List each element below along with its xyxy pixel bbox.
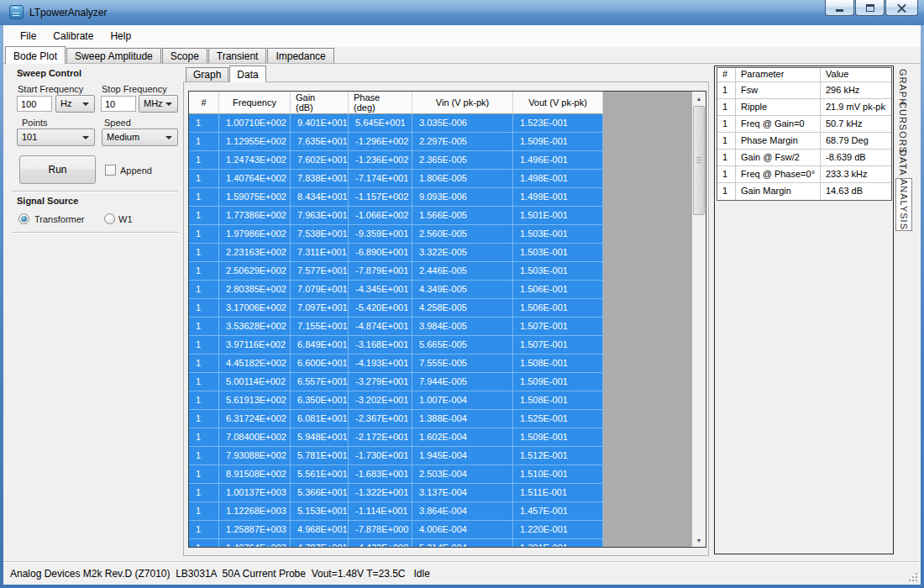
table-cell: 1.007E-004 (412, 391, 513, 409)
maximize-icon (866, 4, 874, 12)
menu-help[interactable]: Help (102, 27, 139, 45)
append-checkbox[interactable] (105, 165, 116, 176)
table-cell: 1 (189, 225, 219, 243)
column-header[interactable]: Gain (dB) (291, 92, 349, 114)
table-row[interactable]: 18.91508E+0025.561E+001-1.683E+0012.503E… (189, 465, 603, 484)
table-cell: 7.555E-005 (412, 354, 513, 372)
column-header[interactable]: # (189, 92, 219, 114)
table-cell: -3.202E+001 (349, 391, 412, 409)
table-cell: 1.506E-001 (513, 299, 603, 317)
side-tab-cursors[interactable]: CURSORS (895, 108, 911, 147)
table-cell: 1.00137E+003 (219, 484, 291, 501)
table-row[interactable]: 11.40764E+0027.838E+001-7.174E+0011.806E… (189, 170, 603, 188)
tab-graph[interactable]: Graph (186, 67, 228, 81)
side-tab-data[interactable]: DATA (895, 150, 911, 176)
speed-select[interactable]: Medium (102, 129, 178, 146)
table-cell: 1.24743E+002 (219, 151, 291, 169)
close-button[interactable] (885, 0, 918, 16)
table-cell: 1.12268E+003 (219, 502, 291, 520)
start-frequency-unit-select[interactable]: Hz (55, 95, 95, 113)
tab-scope[interactable]: Scope (162, 48, 207, 63)
analysis-row[interactable]: 1Freq @ Gain=050.7 kHz (717, 116, 891, 133)
analysis-row[interactable]: 1Freq @ Phase=0°233.3 kHz (717, 166, 891, 183)
scroll-down-icon[interactable]: ▼ (692, 533, 706, 547)
table-row[interactable]: 13.17006E+0027.097E+001-5.420E+0014.258E… (189, 299, 603, 318)
table-cell: 1 (189, 188, 219, 206)
sweep-data-grid: #FrequencyGain (dB)Phase (deg)Vin (V pk-… (188, 91, 706, 548)
analysis-header-row: #ParameterValue (717, 68, 891, 82)
start-frequency-unit-value: Hz (60, 98, 71, 108)
analysis-cell: 21.9 mV pk-pk (821, 99, 891, 115)
side-tab-graph[interactable]: GRAPH (895, 69, 911, 106)
menubar: File Calibrate Help (3, 25, 921, 47)
analysis-row[interactable]: 1Gain Margin14.63 dB (717, 183, 891, 200)
table-row[interactable]: 11.12268E+0035.153E+001-1.114E+0013.864E… (189, 502, 603, 521)
menu-file[interactable]: File (12, 27, 45, 45)
table-row[interactable]: 17.08400E+0025.948E+001-2.172E+0011.602E… (189, 428, 603, 447)
table-cell: 6.600E+001 (291, 354, 349, 372)
table-cell: 1.498E-001 (513, 170, 603, 187)
table-row[interactable]: 15.00114E+0026.557E+001-3.279E+0017.944E… (189, 373, 603, 391)
analysis-cell: 14.63 dB (821, 183, 891, 200)
table-cell: 1.509E-001 (513, 373, 603, 391)
run-button[interactable]: Run (19, 155, 96, 184)
table-row[interactable]: 11.00710E+0029.401E+0015.645E+0013.035E-… (189, 114, 603, 133)
scroll-up-icon[interactable]: ▲ (692, 92, 706, 105)
table-cell: 1.220E-001 (513, 521, 603, 538)
points-select[interactable]: 101 (17, 129, 95, 146)
table-row[interactable]: 11.40764E+0034.787E+001-4.432E+0005.214E… (189, 539, 603, 548)
column-header[interactable]: Vin (V pk-pk) (412, 92, 513, 114)
table-cell: 1.506E-001 (513, 281, 603, 298)
table-cell: -7.174E+001 (349, 170, 412, 187)
table-row[interactable]: 16.31724E+0026.081E+001-2.367E+0011.388E… (189, 410, 603, 428)
table-row[interactable]: 12.80385E+0027.079E+001-4.345E+0014.349E… (189, 281, 603, 299)
menu-calibrate[interactable]: Calibrate (45, 27, 102, 45)
side-tab-analysis[interactable]: ANALYSIS (895, 178, 912, 231)
table-row[interactable]: 17.93088E+0025.781E+001-1.730E+0011.945E… (189, 447, 603, 465)
table-cell: 1.503E-001 (513, 262, 603, 280)
table-row[interactable]: 11.97986E+0027.538E+001-9.359E+0012.560E… (189, 225, 603, 244)
stop-frequency-input[interactable] (101, 96, 136, 112)
column-header[interactable]: Frequency (219, 92, 291, 114)
table-cell: -1.296E+002 (349, 133, 412, 150)
table-row[interactable]: 12.23163E+0027.311E+001-6.890E+0013.322E… (189, 244, 603, 262)
table-row[interactable]: 12.50629E+0027.577E+001-7.879E+0012.446E… (189, 262, 603, 281)
table-row[interactable]: 11.59075E+0028.434E+001-1.157E+0029.093E… (189, 188, 603, 207)
table-cell: 1.59075E+002 (219, 188, 291, 206)
table-row[interactable]: 11.00137E+0035.366E+001-1.322E+0013.137E… (189, 484, 603, 502)
tab-transient[interactable]: Transient (208, 48, 267, 63)
titlebar[interactable]: LTpowerAnalyzer (0, 0, 924, 25)
radio-transformer[interactable] (18, 213, 29, 224)
data-grid-scrollbar[interactable]: ▲ ▼ (692, 92, 706, 547)
start-frequency-input[interactable] (17, 96, 52, 112)
table-row[interactable]: 14.45182E+0026.600E+001-4.193E+0017.555E… (189, 354, 603, 373)
column-header[interactable]: Phase (deg) (349, 92, 412, 114)
tab-data[interactable]: Data (229, 66, 265, 82)
resize-grip-icon[interactable] (907, 571, 917, 581)
table-cell: 5.214E-004 (412, 539, 513, 548)
analysis-row[interactable]: 1Phase Margin68.79 Deg (717, 133, 891, 150)
stop-frequency-unit-select[interactable]: MHz (139, 95, 178, 113)
tab-sweep-amplitude[interactable]: Sweep Amplitude (66, 48, 161, 63)
column-header[interactable]: Vout (V pk-pk) (513, 92, 603, 114)
tab-impedance[interactable]: Impedance (267, 48, 333, 63)
minimize-button[interactable] (825, 0, 854, 16)
table-row[interactable]: 13.97116E+0026.849E+001-3.168E+0015.665E… (189, 336, 603, 354)
analysis-row[interactable]: 1Fsw296 kHz (717, 82, 891, 99)
analysis-row[interactable]: 1Ripple21.9 mV pk-pk (717, 99, 891, 116)
table-row[interactable]: 11.12955E+0027.635E+001-1.296E+0022.297E… (189, 133, 603, 151)
table-row[interactable]: 11.77386E+0027.963E+001-1.066E+0021.566E… (189, 207, 603, 225)
table-row[interactable]: 11.24743E+0027.602E+001-1.236E+0022.365E… (189, 151, 603, 170)
table-row[interactable]: 15.61913E+0026.350E+001-3.202E+0011.007E… (189, 391, 603, 410)
table-cell: 1 (189, 447, 219, 465)
radio-w1[interactable] (104, 213, 115, 224)
scrollbar-thumb[interactable] (693, 106, 705, 215)
analysis-cell: Freq @ Gain=0 (736, 116, 821, 132)
table-row[interactable]: 13.53628E+0027.155E+001-4.874E+0013.984E… (189, 318, 603, 336)
analysis-row[interactable]: 1Gain @ Fsw/2-8.639 dB (717, 150, 891, 166)
points-label: Points (22, 118, 48, 128)
tab-bode-plot[interactable]: Bode Plot (5, 46, 66, 64)
table-cell: 2.23163E+002 (219, 244, 291, 261)
table-row[interactable]: 11.25887E+0034.968E+001-7.878E+0004.006E… (189, 521, 603, 539)
maximize-button[interactable] (855, 0, 885, 16)
